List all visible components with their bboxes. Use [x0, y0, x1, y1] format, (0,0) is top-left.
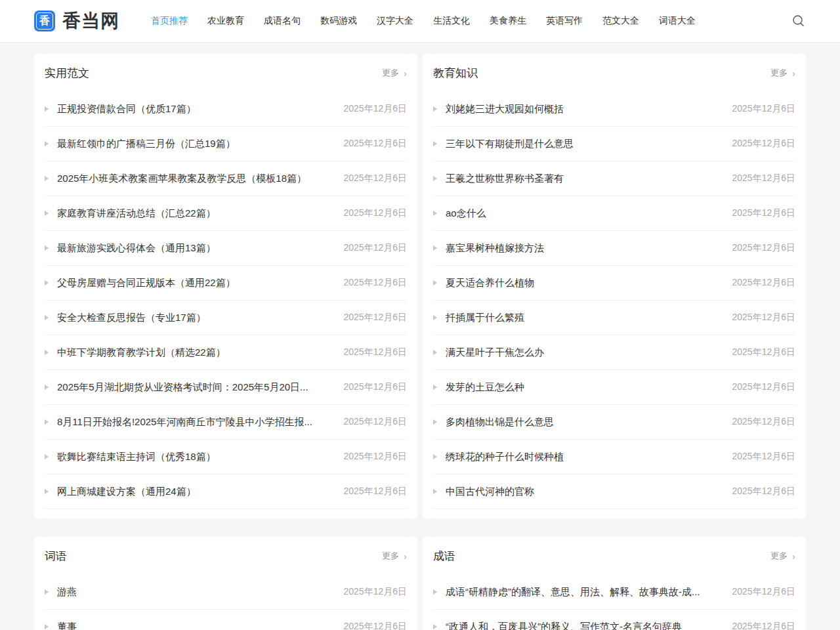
article-list-item[interactable]: 正规投资借款合同（优质17篇） 2025年12月6日 [45, 92, 407, 127]
triangle-bullet-icon [45, 454, 49, 459]
triangle-bullet-icon [433, 419, 437, 425]
article-title: 三年以下有期徒刑是什么意思 [446, 138, 721, 150]
article-list-item[interactable]: 扦插属于什么繁殖 2025年12月6日 [433, 301, 795, 335]
article-list-item[interactable]: 歌舞比赛结束语主持词（优秀18篇） 2025年12月6日 [45, 440, 407, 474]
article-title: 正规投资借款合同（优质17篇） [57, 103, 333, 116]
chevron-right-icon: › [792, 68, 795, 78]
panel-title: 实用范文 [45, 66, 89, 81]
triangle-bullet-icon [45, 624, 49, 629]
article-date: 2025年12月6日 [343, 621, 407, 630]
article-date: 2025年12月6日 [732, 138, 795, 150]
article-list-item[interactable]: 董事 2025年12月6日 [45, 610, 407, 630]
article-list-item[interactable]: 满天星叶子干焦怎么办 2025年12月6日 [433, 335, 795, 370]
panel-title: 成语 [433, 549, 455, 564]
article-list-item[interactable]: 家庭教育讲座活动总结（汇总22篇） 2025年12月6日 [45, 196, 407, 231]
article-date: 2025年12月6日 [732, 416, 795, 428]
nav-item[interactable]: 汉字大全 [377, 15, 413, 27]
article-title: 游燕 [57, 586, 333, 598]
site-title: 香当网 [62, 9, 119, 33]
article-list-item[interactable]: 游燕 2025年12月6日 [45, 575, 407, 610]
article-title: 成语“研精静虑”的翻译、意思、用法、解释、故事典故-成... [446, 586, 721, 598]
article-title: 满天星叶子干焦怎么办 [446, 346, 721, 359]
article-date: 2025年12月6日 [343, 173, 407, 184]
article-list-item[interactable]: 三年以下有期徒刑是什么意思 2025年12月6日 [433, 127, 795, 161]
nav-item[interactable]: 词语大全 [659, 15, 696, 27]
article-list: 刘姥姥三进大观园如何概括 2025年12月6日 三年以下有期徒刑是什么意思 20… [433, 92, 795, 509]
nav-item[interactable]: 英语写作 [546, 15, 583, 27]
article-list-item[interactable]: 安全大检查反思报告（专业17篇） 2025年12月6日 [45, 301, 407, 335]
article-list-item[interactable]: 王羲之世称世界称书圣著有 2025年12月6日 [433, 161, 795, 196]
more-link[interactable]: 更多 › [770, 550, 795, 562]
triangle-bullet-icon [433, 106, 437, 112]
more-label: 更多 [770, 67, 788, 79]
article-date: 2025年12月6日 [343, 312, 407, 324]
chevron-right-icon: › [792, 551, 795, 561]
article-date: 2025年12月6日 [343, 103, 407, 115]
nav-item[interactable]: 农业教育 [207, 15, 244, 27]
article-title: 家庭教育讲座活动总结（汇总22篇） [57, 207, 333, 220]
article-list-item[interactable]: 网上商城建设方案（通用24篇） 2025年12月6日 [45, 474, 407, 509]
panel-words: 词语 更多 › 游燕 2025年12月6日 董事 2025年12月6日 [34, 537, 417, 630]
article-title: 父母房屋赠与合同正规版本（通用22篇） [57, 277, 333, 289]
nav-item[interactable]: 生活文化 [433, 15, 470, 27]
article-list-item[interactable]: 8月11日开始报名!2025年河南商丘市宁陵县中小学招生报... 2025年12… [45, 405, 407, 440]
article-list-item[interactable]: 发芽的土豆怎么种 2025年12月6日 [433, 370, 795, 405]
triangle-bullet-icon [45, 106, 49, 112]
triangle-bullet-icon [45, 245, 49, 251]
nav-item[interactable]: 成语名句 [264, 15, 301, 27]
article-list-item[interactable]: 中国古代河神的官称 2025年12月6日 [433, 474, 795, 509]
search-icon[interactable] [791, 14, 806, 28]
article-title: 2025年5月湖北期货从业资格考试时间：2025年5月20日... [57, 381, 333, 394]
article-list: 正规投资借款合同（优质17篇） 2025年12月6日 最新红领巾的广播稿三月份（… [45, 92, 407, 509]
triangle-bullet-icon [433, 315, 437, 320]
article-list-item[interactable]: ao念什么 2025年12月6日 [433, 196, 795, 231]
more-label: 更多 [382, 550, 399, 562]
panel-education-knowledge: 教育知识 更多 › 刘姥姥三进大观园如何概括 2025年12月6日 三年以下有期… [423, 54, 806, 518]
article-list-item[interactable]: 中班下学期教育教学计划（精选22篇） 2025年12月6日 [45, 335, 407, 370]
article-title: 绣球花的种子什么时候种植 [446, 451, 721, 463]
article-date: 2025年12月6日 [732, 451, 795, 463]
article-list-item[interactable]: 2025年5月湖北期货从业资格考试时间：2025年5月20日... 2025年1… [45, 370, 407, 405]
article-list-item[interactable]: 绣球花的种子什么时候种植 2025年12月6日 [433, 440, 795, 474]
nav-item[interactable]: 美食养生 [490, 15, 526, 27]
nav-item[interactable]: 数码游戏 [320, 15, 357, 27]
panel-practical-docs: 实用范文 更多 › 正规投资借款合同（优质17篇） 2025年12月6日 最新红… [34, 54, 417, 518]
article-list-item[interactable]: 父母房屋赠与合同正规版本（通用22篇） 2025年12月6日 [45, 266, 407, 301]
panel-header: 词语 更多 › [45, 537, 407, 575]
article-date: 2025年12月6日 [732, 381, 795, 393]
article-date: 2025年12月6日 [343, 586, 407, 598]
article-list-item[interactable]: 刘姥姥三进大观园如何概括 2025年12月6日 [433, 92, 795, 127]
triangle-bullet-icon [45, 176, 49, 181]
article-list-item[interactable]: 嘉宝果树种植嫁接方法 2025年12月6日 [433, 231, 795, 266]
chevron-right-icon: › [404, 551, 407, 561]
panel-title: 教育知识 [433, 66, 478, 81]
article-title: 夏天适合养什么植物 [446, 277, 721, 289]
article-list-item[interactable]: 2025年小班美术教案画苹果教案及教学反思（模板18篇） 2025年12月6日 [45, 161, 407, 196]
article-title: 安全大检查反思报告（专业17篇） [57, 312, 333, 324]
article-list-item[interactable]: 最新红领巾的广播稿三月份（汇总19篇） 2025年12月6日 [45, 127, 407, 161]
article-date: 2025年12月6日 [343, 346, 407, 358]
article-date: 2025年12月6日 [732, 173, 795, 184]
article-list-item[interactable]: 成语“研精静虑”的翻译、意思、用法、解释、故事典故-成... 2025年12月6… [433, 575, 795, 610]
more-link[interactable]: 更多 › [770, 67, 795, 79]
article-list-item[interactable]: 多肉植物出锦是什么意思 2025年12月6日 [433, 405, 795, 440]
article-date: 2025年12月6日 [343, 451, 407, 463]
article-title: 中班下学期教育教学计划（精选22篇） [57, 346, 333, 359]
more-link[interactable]: 更多 › [382, 67, 407, 79]
triangle-bullet-icon [433, 245, 437, 251]
article-title: ao念什么 [446, 207, 721, 220]
panel-header: 教育知识 更多 › [433, 54, 795, 92]
site-logo-group[interactable]: 香 香当网 [34, 9, 119, 33]
nav-item[interactable]: 首页推荐 [151, 15, 188, 27]
more-link[interactable]: 更多 › [382, 550, 407, 562]
article-list-item[interactable]: 夏天适合养什么植物 2025年12月6日 [433, 266, 795, 301]
article-title: 发芽的土豆怎么种 [446, 381, 721, 394]
triangle-bullet-icon [45, 211, 49, 216]
nav-item[interactable]: 范文大全 [602, 15, 639, 27]
article-list-item[interactable]: 最新旅游实践心得体会（通用13篇） 2025年12月6日 [45, 231, 407, 266]
triangle-bullet-icon [45, 141, 49, 146]
article-date: 2025年12月6日 [343, 381, 407, 393]
panel-header: 成语 更多 › [433, 537, 795, 575]
triangle-bullet-icon [45, 589, 49, 595]
article-list-item[interactable]: “政通人和，百废具兴”的释义、写作范文-名言名句辞典 2025年12月6日 [433, 610, 795, 630]
